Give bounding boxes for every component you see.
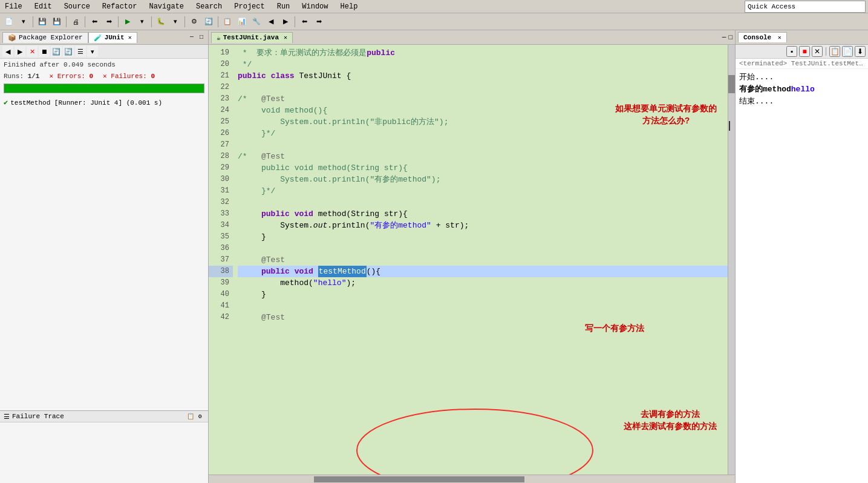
- code-line-20: */: [238, 59, 728, 70]
- panel-tab-controls: ─ □: [188, 33, 206, 42]
- minimize-btn[interactable]: ─: [188, 33, 196, 42]
- ft-btn2[interactable]: ⚙: [196, 412, 204, 421]
- console-line-2: 有参的methodhello: [739, 84, 864, 96]
- code-line-42: @Test: [238, 312, 728, 323]
- code-line-33: public void method(String str){: [238, 208, 728, 220]
- code-line-30: System.out.println("有参的method");: [238, 174, 728, 185]
- sep3: [85, 16, 85, 27]
- ext-btn1[interactable]: ⚙: [188, 15, 201, 28]
- tb-next[interactable]: ➡: [102, 15, 116, 28]
- scrollbar-thumb[interactable]: [728, 75, 735, 93]
- maximize-btn[interactable]: □: [197, 33, 206, 42]
- menu-refactor[interactable]: Refactor: [100, 2, 140, 11]
- tab-testjunit[interactable]: ☕ TestJUnit.java ✕: [211, 32, 293, 43]
- menu-window[interactable]: Window: [299, 2, 330, 11]
- junit-stop-btn[interactable]: ⏹: [39, 46, 50, 57]
- console-scroll-btn[interactable]: ⬇: [855, 46, 866, 57]
- tb-arr2[interactable]: ➡: [312, 15, 325, 28]
- junit-rerun-fail[interactable]: 🔄: [63, 46, 74, 57]
- junit-toggle[interactable]: ☰: [75, 46, 86, 57]
- code-line-34: System.out.println("有参的method" + str);: [238, 220, 728, 231]
- package-explorer-icon: 📦: [8, 34, 16, 42]
- editor-scrollbar[interactable]: [728, 45, 735, 475]
- ft-btn1[interactable]: 📋: [186, 412, 195, 421]
- junit-nav-next[interactable]: ▶: [15, 46, 25, 57]
- save-all-button[interactable]: 💾: [50, 15, 64, 28]
- code-line-25: System.out.println("非public的方法");: [238, 116, 728, 128]
- editor-maximize[interactable]: □: [728, 34, 733, 41]
- console-tabs: Console ✕: [736, 30, 868, 45]
- junit-nav-prev[interactable]: ◀: [2, 46, 13, 57]
- ext-btn3[interactable]: 📋: [221, 15, 234, 28]
- code-line-32: [238, 197, 728, 208]
- hscroll-thumb[interactable]: [314, 476, 524, 482]
- debug-button[interactable]: 🐛: [154, 15, 168, 28]
- code-line-19: * 要求：单元测试的方法都必须是public: [238, 47, 728, 59]
- console-line-3: 结束....: [739, 96, 864, 108]
- failure-trace: ☰ Failure Trace 📋 ⚙: [0, 410, 208, 483]
- junit-dropdown[interactable]: ▾: [87, 46, 98, 57]
- code-line-27: [238, 139, 728, 151]
- menu-edit[interactable]: Edit: [32, 2, 54, 11]
- menu-project[interactable]: Project: [232, 2, 267, 11]
- failure-trace-label: Failure Trace: [12, 413, 64, 420]
- editor-tab-close[interactable]: ✕: [284, 34, 287, 41]
- editor-tab-controls: ─ □: [722, 34, 733, 41]
- debug-dropdown[interactable]: ▾: [169, 15, 182, 28]
- console-tab-close[interactable]: ✕: [778, 34, 782, 41]
- junit-label: JUnit: [105, 34, 125, 41]
- print-button[interactable]: 🖨: [69, 15, 82, 28]
- ext-btn4[interactable]: 📊: [235, 15, 249, 28]
- editor-content[interactable]: 19 20 21 22 23 24 25 26 27 28 29 30 31 3…: [209, 45, 735, 475]
- menu-search[interactable]: Search: [194, 2, 224, 11]
- run-dropdown[interactable]: ▾: [135, 15, 149, 28]
- code-line-38: public void testMethod(){: [238, 266, 728, 277]
- editor-hscroll[interactable]: [209, 475, 735, 483]
- junit-run-info: Runs: 1/1 ✕ Errors: 0 ✕ Failures: 0: [0, 71, 208, 81]
- code-area[interactable]: * 要求：单元测试的方法都必须是public */ public class T…: [233, 45, 728, 475]
- tb2[interactable]: ▾: [17, 15, 30, 28]
- menu-source[interactable]: Source: [62, 2, 93, 11]
- tab-package-explorer[interactable]: 📦 Package Explorer: [2, 32, 88, 43]
- junit-tab-close[interactable]: ✕: [128, 34, 132, 41]
- junit-error-btn[interactable]: ✕: [27, 46, 38, 57]
- menu-navigate[interactable]: Navigate: [146, 2, 186, 11]
- junit-rerun-btn[interactable]: 🔄: [51, 46, 62, 57]
- console-copy-btn[interactable]: 📋: [829, 46, 840, 57]
- console-remove-btn[interactable]: ✕: [812, 46, 823, 57]
- sep5: [151, 16, 152, 27]
- console-clear-btn[interactable]: ▪: [786, 46, 797, 57]
- tab-junit[interactable]: 🧪 JUnit ✕: [88, 32, 137, 43]
- run-button[interactable]: ▶: [121, 15, 134, 28]
- new-button[interactable]: 📄: [2, 15, 16, 28]
- junit-test-item[interactable]: ✔ testMethod [Runner: JUnit 4] (0.001 s): [1, 97, 207, 108]
- menu-help[interactable]: Help: [338, 2, 361, 11]
- menu-file[interactable]: File: [2, 2, 25, 11]
- code-line-41: [238, 300, 728, 312]
- code-line-36: [238, 243, 728, 254]
- tb-fwd[interactable]: ▶: [279, 15, 292, 28]
- save-button[interactable]: 💾: [36, 15, 49, 28]
- ext-btn5[interactable]: 🔧: [250, 15, 263, 28]
- editor-minimize[interactable]: ─: [722, 34, 726, 41]
- console-tab-label: Console: [743, 34, 771, 41]
- tab-console[interactable]: Console ✕: [738, 32, 787, 42]
- quick-access-field[interactable]: Quick Access: [745, 1, 866, 13]
- menu-run[interactable]: Run: [275, 2, 293, 11]
- toolbar: 📄 ▾ 💾 💾 🖨 ⬅ ➡ ▶ ▾ 🐛 ▾ ⚙ 🔄 📋 📊 🔧 ◀ ▶ ⬅ ➡: [0, 13, 868, 30]
- console-terminate-btn[interactable]: ■: [799, 46, 810, 57]
- test-item-label: testMethod [Runner: JUnit 4] (0.001 s): [10, 99, 162, 107]
- console-toolbar: ▪ ■ ✕ 📋 📄 ⬇: [736, 45, 868, 59]
- editor-tab-label: TestJUnit.java: [223, 34, 279, 41]
- failure-trace-header: ☰ Failure Trace 📋 ⚙: [0, 411, 208, 422]
- console-output: 开始.... 有参的methodhello 结束....: [736, 69, 868, 483]
- junit-icon: 🧪: [94, 34, 102, 42]
- console-status: <terminated> TestJUnit.testMeth...: [736, 59, 868, 69]
- tb-prev[interactable]: ⬅: [88, 15, 101, 28]
- editor-panel: ☕ TestJUnit.java ✕ ─ □ 19 20 21 22 23 24…: [209, 30, 735, 483]
- editor-tabs: ☕ TestJUnit.java ✕ ─ □: [209, 30, 735, 45]
- console-paste-btn[interactable]: 📄: [842, 46, 853, 57]
- ext-btn2[interactable]: 🔄: [202, 15, 215, 28]
- tb-back[interactable]: ◀: [264, 15, 278, 28]
- tb-arr1[interactable]: ⬅: [298, 15, 311, 28]
